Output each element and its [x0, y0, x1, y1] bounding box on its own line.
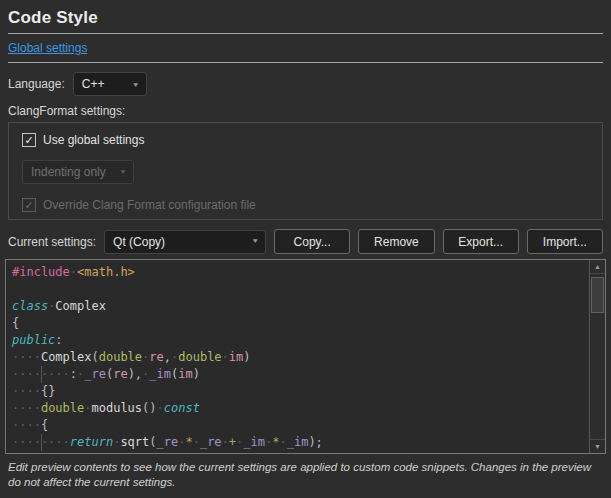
remove-button[interactable]: Remove [358, 229, 434, 254]
code-line [12, 281, 589, 298]
indenting-mode-value: Indenting only [31, 165, 113, 179]
indenting-mode-combobox: Indenting only ▼ [22, 160, 134, 184]
language-row: Language: C++ ▼ [8, 72, 603, 96]
code-line: ····{ [12, 417, 589, 434]
copy-button[interactable]: Copy... [274, 229, 350, 254]
language-combobox-value: C++ [82, 77, 126, 91]
code-line: ····Complex(double·re,·double·im) [12, 349, 589, 366]
current-settings-combobox[interactable]: Qt (Copy) ▼ [104, 230, 266, 254]
use-global-settings-checkbox-row: ✓ Use global settings [22, 133, 589, 147]
code-line: ········:·_re(re),·_im(im) [12, 366, 589, 383]
code-line: { [12, 315, 589, 332]
code-line: #include·<math.h> [12, 264, 589, 281]
current-settings-row: Current settings: Qt (Copy) ▼ Copy... Re… [8, 229, 603, 254]
footer-note: Edit preview contents to see how the cur… [8, 460, 603, 490]
editor-scrollbar[interactable]: ▲ ▼ [589, 260, 605, 453]
indent-guide [41, 434, 42, 451]
override-clangformat-label: Override Clang Format configuration file [43, 198, 256, 212]
scroll-up-icon: ▲ [594, 263, 601, 270]
chevron-down-icon: ▼ [132, 80, 140, 87]
use-global-settings-checkbox[interactable]: ✓ [22, 133, 36, 147]
code-editor-content[interactable]: #include·<math.h>class·Complex{public:··… [6, 260, 589, 453]
page-title: Code Style [8, 8, 603, 28]
import-button[interactable]: Import... [527, 229, 603, 254]
language-combobox[interactable]: C++ ▼ [73, 72, 147, 96]
scroll-down-icon: ▼ [594, 443, 601, 450]
export-button[interactable]: Export... [443, 229, 519, 254]
clangformat-group-box: ✓ Use global settings Indenting only ▼ ✓… [8, 122, 603, 220]
code-line: ····double·modulus()·const [12, 400, 589, 417]
global-settings-row: Global settings [8, 41, 603, 63]
override-clangformat-checkbox-row: ✓ Override Clang Format configuration fi… [22, 198, 589, 212]
scroll-down-button[interactable]: ▼ [590, 439, 605, 453]
chevron-down-icon: ▼ [119, 168, 127, 175]
scroll-up-button[interactable]: ▲ [590, 260, 605, 274]
check-icon: ✓ [24, 200, 33, 211]
code-line: ········return·sqrt(_re·*·_re·+·_im·*·_i… [12, 434, 589, 451]
current-settings-value: Qt (Copy) [113, 235, 245, 249]
check-icon: ✓ [24, 135, 33, 146]
scrollbar-thumb[interactable] [591, 277, 604, 313]
language-label: Language: [8, 77, 65, 91]
global-settings-link[interactable]: Global settings [8, 41, 87, 55]
clangformat-group-label: ClangFormat settings: [8, 104, 603, 118]
page-header: Code Style [8, 8, 603, 34]
override-clangformat-checkbox: ✓ [22, 198, 36, 212]
code-line: public: [12, 332, 589, 349]
code-line: ····{} [12, 383, 589, 400]
code-preview-editor[interactable]: #include·<math.h>class·Complex{public:··… [5, 259, 606, 454]
current-settings-label: Current settings: [8, 235, 96, 249]
indent-guide [41, 366, 42, 383]
code-line: class·Complex [12, 298, 589, 315]
use-global-settings-label: Use global settings [43, 133, 144, 147]
chevron-down-icon: ▼ [251, 238, 259, 245]
